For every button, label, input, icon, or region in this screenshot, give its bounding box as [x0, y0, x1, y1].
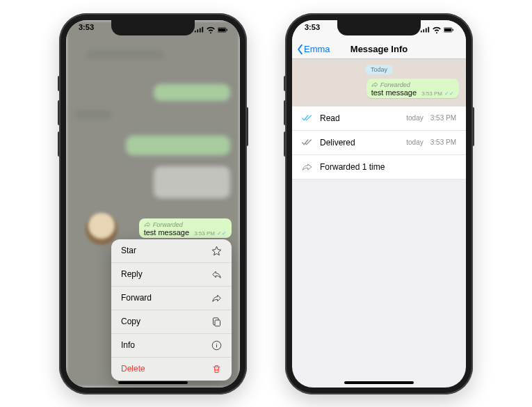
double-check-blue-icon	[302, 114, 313, 122]
battery-icon	[444, 26, 453, 33]
message-bubble[interactable]: Forwarded test message 3:53 PM ✓✓	[139, 218, 232, 238]
row-day: today	[406, 138, 423, 146]
forwarded-label: Forwarded	[380, 81, 410, 88]
signal-icon	[194, 26, 204, 33]
info-icon	[211, 340, 222, 351]
read-ticks-icon: ✓✓	[217, 230, 227, 237]
read-ticks-icon: ✓✓	[444, 90, 454, 97]
row-day: today	[406, 114, 423, 122]
star-icon	[211, 246, 222, 256]
message-text: test message	[371, 88, 417, 97]
forward-arrow-icon	[371, 82, 378, 88]
wifi-icon	[432, 26, 442, 33]
context-menu: Star Reply Forward Copy Info Delete	[111, 239, 232, 381]
menu-label: Copy	[121, 317, 140, 326]
status-time: 3:53	[305, 23, 320, 37]
back-label: Emma	[304, 44, 330, 54]
row-time: 3:53 PM	[430, 114, 456, 122]
date-pill: Today	[365, 65, 393, 74]
nav-title: Message Info	[350, 44, 408, 54]
message-time: 3:53 PM	[421, 90, 442, 97]
double-check-grey-icon	[302, 138, 313, 147]
chevron-left-icon	[296, 44, 304, 55]
trash-icon	[211, 364, 222, 374]
forward-grey-icon	[302, 163, 313, 171]
signal-icon	[420, 26, 430, 33]
phone-right: 3:53 Emma Message Info Today Forwarded t	[285, 13, 473, 394]
back-button[interactable]: Emma	[296, 44, 330, 55]
info-row-delivered[interactable]: Delivered today 3:53 PM	[292, 131, 466, 155]
home-indicator[interactable]	[118, 381, 188, 384]
row-time: 3:53 PM	[430, 138, 456, 146]
chat-preview: Today Forwarded test message 3:53 PM ✓✓	[292, 59, 466, 106]
menu-label: Delete	[121, 364, 145, 374]
menu-forward[interactable]: Forward	[111, 287, 232, 310]
message-time: 3:53 PM	[194, 230, 215, 237]
forward-icon	[211, 293, 222, 303]
home-indicator[interactable]	[344, 381, 414, 384]
row-label: Forwarded 1 time	[320, 162, 456, 172]
svg-rect-7	[453, 29, 453, 31]
menu-label: Star	[121, 246, 136, 255]
copy-icon	[211, 317, 222, 327]
notch	[111, 20, 195, 35]
svg-rect-2	[227, 29, 227, 31]
row-label: Delivered	[320, 138, 399, 147]
menu-label: Forward	[121, 293, 152, 303]
info-row-read[interactable]: Read today 3:53 PM	[292, 106, 466, 131]
status-time: 3:53	[79, 23, 94, 37]
menu-label: Reply	[121, 269, 143, 279]
svg-rect-1	[218, 28, 225, 31]
menu-label: Info	[121, 340, 135, 350]
wifi-icon	[206, 26, 216, 33]
info-list: Read today 3:53 PM Delivered today 3:53 …	[292, 106, 466, 179]
row-label: Read	[320, 113, 399, 123]
menu-star[interactable]: Star	[111, 239, 232, 263]
phone-left: 3:53 Forwarded test message 3:53 PM ✓✓	[59, 13, 247, 394]
battery-icon	[218, 26, 227, 33]
menu-delete[interactable]: Delete	[111, 358, 232, 381]
sticker-blurred	[86, 213, 118, 245]
svg-rect-3	[215, 320, 220, 326]
svg-rect-6	[444, 28, 451, 31]
reply-icon	[211, 269, 222, 280]
message-bubble[interactable]: Forwarded test message 3:53 PM ✓✓	[366, 79, 459, 98]
forwarded-label: Forwarded	[153, 221, 183, 228]
menu-copy[interactable]: Copy	[111, 310, 232, 334]
message-text: test message	[144, 228, 189, 237]
menu-info[interactable]: Info	[111, 334, 232, 358]
notch	[337, 20, 421, 35]
forward-arrow-icon	[144, 222, 151, 228]
info-row-forwarded[interactable]: Forwarded 1 time	[292, 155, 466, 179]
menu-reply[interactable]: Reply	[111, 263, 232, 287]
